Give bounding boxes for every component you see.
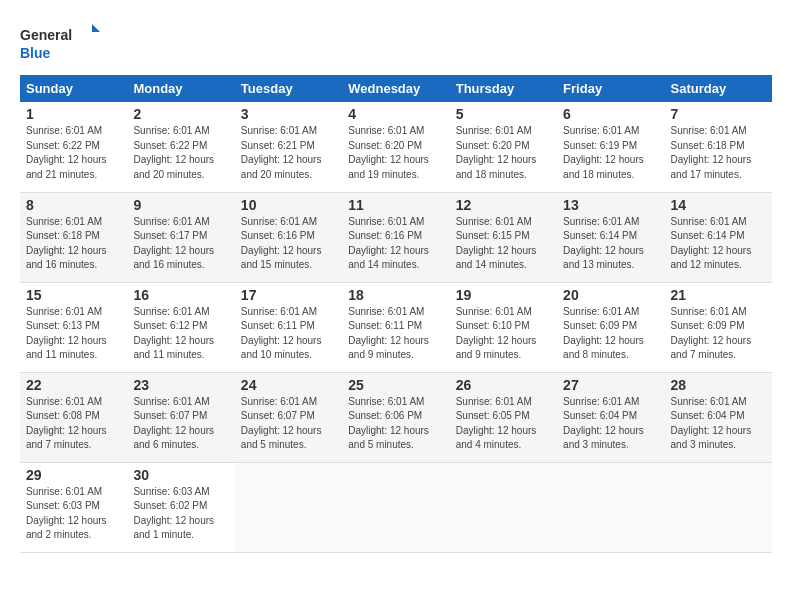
day-number: 14: [671, 197, 766, 213]
day-number: 17: [241, 287, 336, 303]
day-cell-17: 17 Sunrise: 6:01 AM Sunset: 6:11 PM Dayl…: [235, 282, 342, 372]
day-number: 2: [133, 106, 228, 122]
day-info: Sunrise: 6:01 AM Sunset: 6:17 PM Dayligh…: [133, 215, 228, 273]
day-info: Sunrise: 6:01 AM Sunset: 6:22 PM Dayligh…: [133, 124, 228, 182]
day-info: Sunrise: 6:01 AM Sunset: 6:22 PM Dayligh…: [26, 124, 121, 182]
day-info: Sunrise: 6:01 AM Sunset: 6:21 PM Dayligh…: [241, 124, 336, 182]
day-info: Sunrise: 6:01 AM Sunset: 6:16 PM Dayligh…: [241, 215, 336, 273]
day-cell-30: 30 Sunrise: 6:03 AM Sunset: 6:02 PM Dayl…: [127, 462, 234, 552]
day-number: 13: [563, 197, 658, 213]
day-info: Sunrise: 6:01 AM Sunset: 6:20 PM Dayligh…: [348, 124, 443, 182]
header-friday: Friday: [557, 75, 664, 102]
day-number: 20: [563, 287, 658, 303]
day-cell-16: 16 Sunrise: 6:01 AM Sunset: 6:12 PM Dayl…: [127, 282, 234, 372]
day-number: 15: [26, 287, 121, 303]
day-number: 9: [133, 197, 228, 213]
day-cell-10: 10 Sunrise: 6:01 AM Sunset: 6:16 PM Dayl…: [235, 192, 342, 282]
day-info: Sunrise: 6:01 AM Sunset: 6:12 PM Dayligh…: [133, 305, 228, 363]
calendar-week-3: 15 Sunrise: 6:01 AM Sunset: 6:13 PM Dayl…: [20, 282, 772, 372]
day-cell-1: 1 Sunrise: 6:01 AM Sunset: 6:22 PM Dayli…: [20, 102, 127, 192]
day-info: Sunrise: 6:01 AM Sunset: 6:14 PM Dayligh…: [671, 215, 766, 273]
header-saturday: Saturday: [665, 75, 772, 102]
day-cell-11: 11 Sunrise: 6:01 AM Sunset: 6:16 PM Dayl…: [342, 192, 449, 282]
day-info: Sunrise: 6:01 AM Sunset: 6:18 PM Dayligh…: [26, 215, 121, 273]
day-cell-27: 27 Sunrise: 6:01 AM Sunset: 6:04 PM Dayl…: [557, 372, 664, 462]
day-info: Sunrise: 6:01 AM Sunset: 6:07 PM Dayligh…: [133, 395, 228, 453]
day-cell-3: 3 Sunrise: 6:01 AM Sunset: 6:21 PM Dayli…: [235, 102, 342, 192]
day-info: Sunrise: 6:01 AM Sunset: 6:09 PM Dayligh…: [671, 305, 766, 363]
day-info: Sunrise: 6:01 AM Sunset: 6:18 PM Dayligh…: [671, 124, 766, 182]
day-number: 30: [133, 467, 228, 483]
day-info: Sunrise: 6:01 AM Sunset: 6:09 PM Dayligh…: [563, 305, 658, 363]
day-number: 5: [456, 106, 551, 122]
day-info: Sunrise: 6:01 AM Sunset: 6:16 PM Dayligh…: [348, 215, 443, 273]
svg-text:Blue: Blue: [20, 45, 51, 61]
day-cell-21: 21 Sunrise: 6:01 AM Sunset: 6:09 PM Dayl…: [665, 282, 772, 372]
empty-cell: [342, 462, 449, 552]
day-number: 11: [348, 197, 443, 213]
day-info: Sunrise: 6:01 AM Sunset: 6:04 PM Dayligh…: [671, 395, 766, 453]
day-number: 4: [348, 106, 443, 122]
day-number: 10: [241, 197, 336, 213]
day-info: Sunrise: 6:01 AM Sunset: 6:15 PM Dayligh…: [456, 215, 551, 273]
day-info: Sunrise: 6:01 AM Sunset: 6:05 PM Dayligh…: [456, 395, 551, 453]
day-info: Sunrise: 6:01 AM Sunset: 6:11 PM Dayligh…: [348, 305, 443, 363]
day-cell-18: 18 Sunrise: 6:01 AM Sunset: 6:11 PM Dayl…: [342, 282, 449, 372]
logo: General Blue: [20, 20, 110, 65]
day-number: 28: [671, 377, 766, 393]
logo-svg: General Blue: [20, 20, 110, 65]
header-sunday: Sunday: [20, 75, 127, 102]
day-cell-2: 2 Sunrise: 6:01 AM Sunset: 6:22 PM Dayli…: [127, 102, 234, 192]
empty-cell: [557, 462, 664, 552]
header-monday: Monday: [127, 75, 234, 102]
day-number: 27: [563, 377, 658, 393]
day-number: 6: [563, 106, 658, 122]
day-number: 8: [26, 197, 121, 213]
day-cell-26: 26 Sunrise: 6:01 AM Sunset: 6:05 PM Dayl…: [450, 372, 557, 462]
day-info: Sunrise: 6:01 AM Sunset: 6:07 PM Dayligh…: [241, 395, 336, 453]
day-info: Sunrise: 6:01 AM Sunset: 6:03 PM Dayligh…: [26, 485, 121, 543]
day-number: 19: [456, 287, 551, 303]
day-number: 29: [26, 467, 121, 483]
day-cell-19: 19 Sunrise: 6:01 AM Sunset: 6:10 PM Dayl…: [450, 282, 557, 372]
day-info: Sunrise: 6:03 AM Sunset: 6:02 PM Dayligh…: [133, 485, 228, 543]
day-number: 25: [348, 377, 443, 393]
calendar-week-4: 22 Sunrise: 6:01 AM Sunset: 6:08 PM Dayl…: [20, 372, 772, 462]
day-number: 21: [671, 287, 766, 303]
day-number: 12: [456, 197, 551, 213]
svg-marker-1: [92, 24, 100, 32]
weekday-header-row: Sunday Monday Tuesday Wednesday Thursday…: [20, 75, 772, 102]
svg-text:General: General: [20, 27, 72, 43]
empty-cell: [235, 462, 342, 552]
day-cell-5: 5 Sunrise: 6:01 AM Sunset: 6:20 PM Dayli…: [450, 102, 557, 192]
day-cell-29: 29 Sunrise: 6:01 AM Sunset: 6:03 PM Dayl…: [20, 462, 127, 552]
day-number: 24: [241, 377, 336, 393]
day-cell-24: 24 Sunrise: 6:01 AM Sunset: 6:07 PM Dayl…: [235, 372, 342, 462]
day-cell-25: 25 Sunrise: 6:01 AM Sunset: 6:06 PM Dayl…: [342, 372, 449, 462]
day-number: 18: [348, 287, 443, 303]
day-number: 3: [241, 106, 336, 122]
day-cell-6: 6 Sunrise: 6:01 AM Sunset: 6:19 PM Dayli…: [557, 102, 664, 192]
day-cell-12: 12 Sunrise: 6:01 AM Sunset: 6:15 PM Dayl…: [450, 192, 557, 282]
day-number: 26: [456, 377, 551, 393]
day-cell-8: 8 Sunrise: 6:01 AM Sunset: 6:18 PM Dayli…: [20, 192, 127, 282]
day-info: Sunrise: 6:01 AM Sunset: 6:08 PM Dayligh…: [26, 395, 121, 453]
day-cell-13: 13 Sunrise: 6:01 AM Sunset: 6:14 PM Dayl…: [557, 192, 664, 282]
empty-cell: [665, 462, 772, 552]
day-cell-15: 15 Sunrise: 6:01 AM Sunset: 6:13 PM Dayl…: [20, 282, 127, 372]
day-info: Sunrise: 6:01 AM Sunset: 6:06 PM Dayligh…: [348, 395, 443, 453]
day-cell-14: 14 Sunrise: 6:01 AM Sunset: 6:14 PM Dayl…: [665, 192, 772, 282]
day-cell-7: 7 Sunrise: 6:01 AM Sunset: 6:18 PM Dayli…: [665, 102, 772, 192]
calendar-week-1: 1 Sunrise: 6:01 AM Sunset: 6:22 PM Dayli…: [20, 102, 772, 192]
day-info: Sunrise: 6:01 AM Sunset: 6:11 PM Dayligh…: [241, 305, 336, 363]
day-cell-28: 28 Sunrise: 6:01 AM Sunset: 6:04 PM Dayl…: [665, 372, 772, 462]
page-header: General Blue: [20, 20, 772, 65]
empty-cell: [450, 462, 557, 552]
day-number: 7: [671, 106, 766, 122]
header-thursday: Thursday: [450, 75, 557, 102]
day-cell-23: 23 Sunrise: 6:01 AM Sunset: 6:07 PM Dayl…: [127, 372, 234, 462]
day-info: Sunrise: 6:01 AM Sunset: 6:14 PM Dayligh…: [563, 215, 658, 273]
day-cell-20: 20 Sunrise: 6:01 AM Sunset: 6:09 PM Dayl…: [557, 282, 664, 372]
day-info: Sunrise: 6:01 AM Sunset: 6:19 PM Dayligh…: [563, 124, 658, 182]
day-number: 23: [133, 377, 228, 393]
